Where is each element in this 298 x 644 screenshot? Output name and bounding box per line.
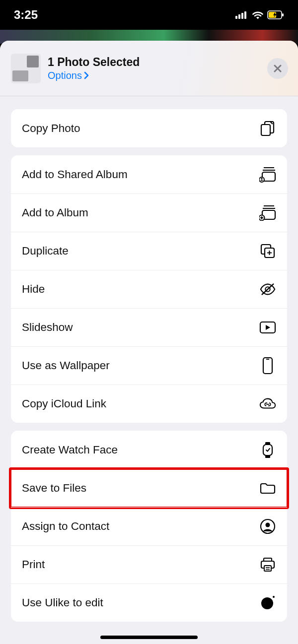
folder-icon xyxy=(259,482,276,495)
copy-photo-row[interactable]: Copy Photo xyxy=(11,109,287,147)
printer-icon xyxy=(259,557,276,572)
svg-rect-26 xyxy=(263,445,272,455)
slideshow-row[interactable]: Slideshow xyxy=(11,308,287,346)
wallpaper-row[interactable]: Use as Wallpaper xyxy=(11,346,287,385)
selection-title: 1 Photo Selected xyxy=(48,56,267,69)
row-label: Use Ulike to edit xyxy=(22,596,103,609)
save-files-row[interactable]: Save to Files xyxy=(11,469,287,507)
svg-rect-7 xyxy=(261,125,270,135)
svg-point-12 xyxy=(261,178,262,179)
assign-contact-row[interactable]: Assign to Contact xyxy=(11,507,287,545)
print-row[interactable]: Print xyxy=(11,545,287,583)
home-indicator[interactable] xyxy=(100,636,198,639)
contact-icon xyxy=(259,518,276,534)
svg-point-34 xyxy=(261,597,273,609)
photo-thumbnail xyxy=(11,54,41,83)
status-indicators xyxy=(235,10,284,19)
add-shared-album-row[interactable]: Add to Shared Album xyxy=(11,155,287,193)
svg-rect-0 xyxy=(235,16,237,19)
svg-point-28 xyxy=(266,523,270,527)
svg-rect-6 xyxy=(282,13,284,16)
row-label: Copy iCloud Link xyxy=(22,397,106,410)
row-label: Use as Wallpaper xyxy=(22,359,110,372)
shared-album-icon xyxy=(259,167,276,183)
row-label: Save to Files xyxy=(22,482,86,495)
chevron-right-icon xyxy=(84,71,89,79)
row-label: Create Watch Face xyxy=(22,444,118,456)
row-label: Duplicate xyxy=(22,245,69,258)
row-label: Copy Photo xyxy=(22,122,80,135)
sheet-header: 1 Photo Selected Options xyxy=(0,41,298,96)
status-bar: 3:25 xyxy=(0,0,298,30)
hide-row[interactable]: Hide xyxy=(11,270,287,308)
action-group-1: Copy Photo xyxy=(11,109,287,147)
ulike-icon xyxy=(259,595,276,610)
cellular-icon xyxy=(235,11,248,19)
add-album-row[interactable]: Add to Album xyxy=(11,193,287,232)
watch-face-row[interactable]: Create Watch Face xyxy=(11,431,287,469)
options-label: Options xyxy=(48,70,82,81)
copy-icon xyxy=(259,120,276,137)
slideshow-icon xyxy=(259,321,276,334)
icloud-link-icon xyxy=(259,397,276,410)
icloud-link-row[interactable]: Copy iCloud Link xyxy=(11,385,287,423)
svg-rect-22 xyxy=(263,358,272,374)
wifi-icon xyxy=(252,10,264,19)
action-group-3: Create Watch Face Save to Files Assign t… xyxy=(11,431,287,622)
battery-charging-icon xyxy=(267,10,284,19)
row-label: Add to Album xyxy=(22,206,88,219)
svg-point-11 xyxy=(259,177,264,182)
share-sheet: 1 Photo Selected Options Copy Photo Add … xyxy=(0,41,298,644)
duplicate-icon xyxy=(259,243,276,259)
row-label: Hide xyxy=(22,283,45,296)
svg-rect-31 xyxy=(264,566,271,571)
hide-icon xyxy=(259,283,276,296)
add-album-icon xyxy=(259,205,276,221)
close-button[interactable] xyxy=(267,58,288,79)
svg-rect-3 xyxy=(244,11,246,19)
action-list: Copy Photo Add to Shared Album Add to Al… xyxy=(0,96,298,622)
row-label: Slideshow xyxy=(22,321,73,334)
svg-rect-2 xyxy=(241,13,243,19)
row-label: Assign to Contact xyxy=(22,520,109,533)
row-label: Add to Shared Album xyxy=(22,168,128,181)
watch-icon xyxy=(259,442,276,458)
svg-point-35 xyxy=(273,596,275,598)
options-link[interactable]: Options xyxy=(48,70,89,81)
phone-icon xyxy=(259,357,276,375)
row-label: Print xyxy=(22,558,45,571)
close-icon xyxy=(273,64,282,73)
status-time: 3:25 xyxy=(14,8,38,22)
action-group-2: Add to Shared Album Add to Album Duplica… xyxy=(11,155,287,423)
duplicate-row[interactable]: Duplicate xyxy=(11,232,287,270)
svg-rect-1 xyxy=(238,14,240,19)
ulike-row[interactable]: Use Ulike to edit xyxy=(11,583,287,622)
